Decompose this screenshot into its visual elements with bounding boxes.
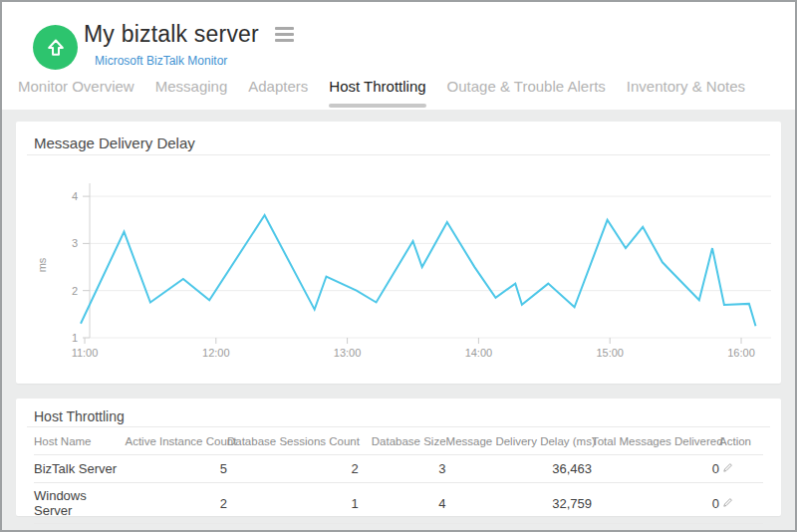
column-header-active-instance-count: Active Instance Count — [126, 427, 227, 455]
status-avatar — [33, 25, 78, 70]
pencil-edit-icon[interactable] — [719, 460, 736, 475]
action-cell — [719, 483, 763, 524]
x-tick-label: 11:00 — [72, 347, 99, 359]
active-instance-count-cell: 5 — [126, 455, 227, 483]
tab-outage-trouble-alerts[interactable]: Outage & Trouble Alerts — [447, 78, 606, 110]
y-tick-label: 2 — [72, 285, 78, 297]
y-tick-label: 4 — [72, 190, 78, 202]
y-tick-label: 3 — [72, 237, 78, 249]
hamburger-menu-icon[interactable] — [273, 25, 296, 44]
message-delivery-delay-ms-cell: 32,759 — [446, 483, 592, 524]
action-cell — [719, 455, 763, 483]
tab-adapters[interactable]: Adapters — [248, 78, 308, 110]
column-header-total-messages-delivered: Total Messages Delivered — [592, 427, 719, 455]
tab-monitor-overview[interactable]: Monitor Overview — [18, 78, 134, 110]
x-tick-label: 13:00 — [334, 347, 362, 359]
database-size-cell: 3 — [359, 455, 446, 483]
column-header-host-name: Host Name — [34, 427, 126, 455]
host-name-cell: Windows Server — [34, 483, 126, 524]
delivery-delay-line-series — [81, 215, 756, 326]
monitor-type-link[interactable]: Microsoft BizTalk Monitor — [95, 54, 227, 68]
pencil-glyph — [721, 496, 734, 509]
y-tick-label: 1 — [72, 332, 78, 344]
database-size-cell: 4 — [359, 483, 446, 524]
tab-messaging[interactable]: Messaging — [155, 78, 228, 110]
tab-host-throttling[interactable]: Host Throttling — [329, 78, 425, 110]
table-header-row: Host NameActive Instance CountDatabase S… — [34, 427, 763, 455]
pencil-edit-icon[interactable] — [719, 495, 736, 510]
pencil-glyph — [721, 461, 734, 474]
y-axis-label: ms — [36, 257, 48, 272]
column-header-database-sessions-count: Database Sessions Count — [227, 427, 359, 455]
table-row: Windows Server21432,7590 — [34, 483, 763, 524]
column-header-database-size: Database Size — [359, 427, 446, 455]
total-messages-delivered-cell: 0 — [592, 455, 719, 483]
host-throttling-table: Host NameActive Instance CountDatabase S… — [34, 427, 763, 524]
table-card: Host Throttling Host NameActive Instance… — [16, 399, 781, 516]
content-area: Message Delivery Delay 123411:0012:0013:… — [2, 110, 795, 530]
total-messages-delivered-cell: 0 — [592, 483, 719, 524]
x-tick-label: 12:00 — [202, 347, 230, 359]
x-tick-label: 14:00 — [465, 347, 493, 359]
chart-card: Message Delivery Delay 123411:0012:0013:… — [16, 122, 781, 384]
x-tick-label: 16:00 — [727, 347, 755, 359]
table-row: BizTalk Server52336,4630 — [34, 455, 763, 483]
database-sessions-count-cell: 2 — [227, 455, 359, 483]
header: My biztalk server Microsoft BizTalk Moni… — [2, 2, 795, 110]
active-instance-count-cell: 2 — [126, 483, 227, 524]
message-delivery-delay-ms-cell: 36,463 — [446, 455, 592, 483]
table-title: Host Throttling — [16, 399, 781, 426]
tab-bar: Monitor OverviewMessagingAdaptersHost Th… — [18, 78, 795, 110]
arrow-up-icon — [45, 37, 67, 59]
app-window: My biztalk server Microsoft BizTalk Moni… — [0, 0, 797, 532]
chart-title: Message Delivery Delay — [16, 122, 781, 154]
message-delivery-delay-chart: 123411:0012:0013:0014:0015:0016:00ms — [16, 155, 785, 385]
tab-inventory-notes[interactable]: Inventory & Notes — [627, 78, 745, 110]
database-sessions-count-cell: 1 — [227, 483, 359, 524]
column-header-message-delivery-delay-ms: Message Delivery Delay (ms) — [446, 427, 592, 455]
host-name-cell: BizTalk Server — [34, 455, 126, 483]
x-tick-label: 15:00 — [596, 347, 624, 359]
page-title: My biztalk server — [84, 21, 259, 48]
column-header-action: Action — [719, 427, 763, 455]
